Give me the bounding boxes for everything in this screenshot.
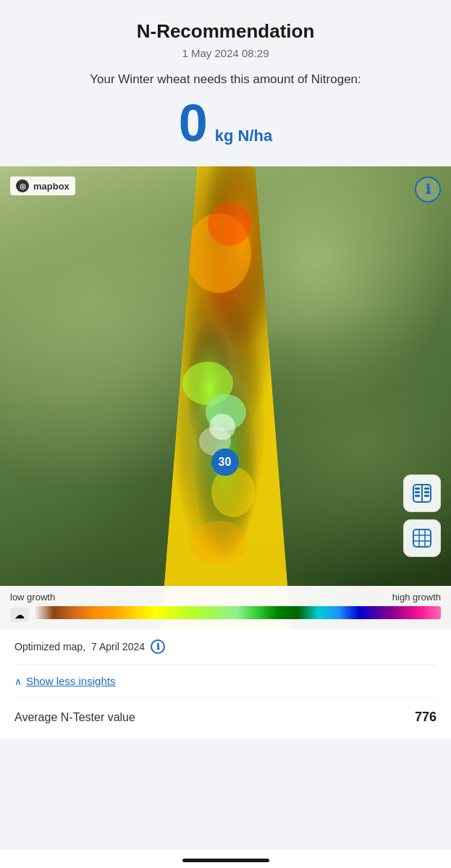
split-view-icon xyxy=(412,483,432,503)
map-info-button[interactable]: ℹ xyxy=(415,176,441,203)
svg-rect-23 xyxy=(413,529,431,547)
nitrogen-value-row: 0 kg N/ha xyxy=(17,97,434,149)
nitrogen-value: 0 xyxy=(179,97,208,149)
svg-rect-22 xyxy=(424,495,429,497)
map-date-value: 7 April 2024 xyxy=(91,641,145,652)
grid-view-icon xyxy=(412,528,432,548)
field-heatmap xyxy=(146,166,305,629)
svg-rect-18 xyxy=(415,491,420,493)
below-map-section: Optimized map, 7 April 2024 ℹ ∧ Show les… xyxy=(0,629,451,739)
average-ntester-label: Average N-Tester value xyxy=(14,711,135,724)
header-section: N-Recommendation 1 May 2024 08:29 Your W… xyxy=(0,0,451,166)
average-ntester-value: 776 xyxy=(415,710,437,725)
map-side-buttons xyxy=(403,475,441,557)
svg-point-13 xyxy=(190,521,248,564)
legend-labels: low growth high growth xyxy=(10,592,441,603)
grid-view-button[interactable] xyxy=(403,519,441,557)
info-icon: ℹ xyxy=(426,182,431,197)
legend-bar xyxy=(33,606,441,619)
bottom-bar xyxy=(0,850,451,868)
datetime-label: 1 May 2024 08:29 xyxy=(17,47,434,59)
show-less-insights-link[interactable]: Show less insights xyxy=(26,675,115,687)
svg-point-8 xyxy=(208,203,251,246)
split-view-button[interactable] xyxy=(403,475,441,512)
page-title: N-Recommendation xyxy=(17,20,434,43)
svg-point-14 xyxy=(209,414,235,440)
mapbox-logo: ◎ mapbox xyxy=(10,176,75,195)
map-container[interactable]: ◎ mapbox ℹ 30 xyxy=(0,166,451,629)
legend-low-label: low growth xyxy=(10,592,55,603)
mapbox-logo-icon: ◎ xyxy=(16,179,29,192)
insights-section: Average N-Tester value 776 xyxy=(14,697,437,739)
svg-rect-19 xyxy=(415,495,420,497)
nitrogen-description: Your Winter wheat needs this amount of N… xyxy=(17,72,434,87)
map-date-row: Optimized map, 7 April 2024 ℹ xyxy=(14,639,437,664)
legend-high-label: high growth xyxy=(392,592,441,603)
nitrogen-unit: kg N/ha xyxy=(215,127,272,145)
mapbox-label: mapbox xyxy=(33,181,69,192)
cloud-icon: ☁ xyxy=(10,608,29,622)
map-legend: low growth high growth ☁ xyxy=(0,586,451,629)
svg-rect-17 xyxy=(415,488,420,490)
average-ntester-row: Average N-Tester value 776 xyxy=(14,710,437,725)
show-insights-row: ∧ Show less insights xyxy=(14,664,437,697)
date-info-button[interactable]: ℹ xyxy=(151,639,165,654)
svg-rect-20 xyxy=(424,488,429,490)
optimized-label: Optimized map, xyxy=(14,641,85,652)
field-zone-label: 30 xyxy=(211,448,239,476)
chevron-up-icon: ∧ xyxy=(14,676,22,687)
svg-rect-21 xyxy=(424,491,429,493)
home-indicator xyxy=(182,859,269,862)
